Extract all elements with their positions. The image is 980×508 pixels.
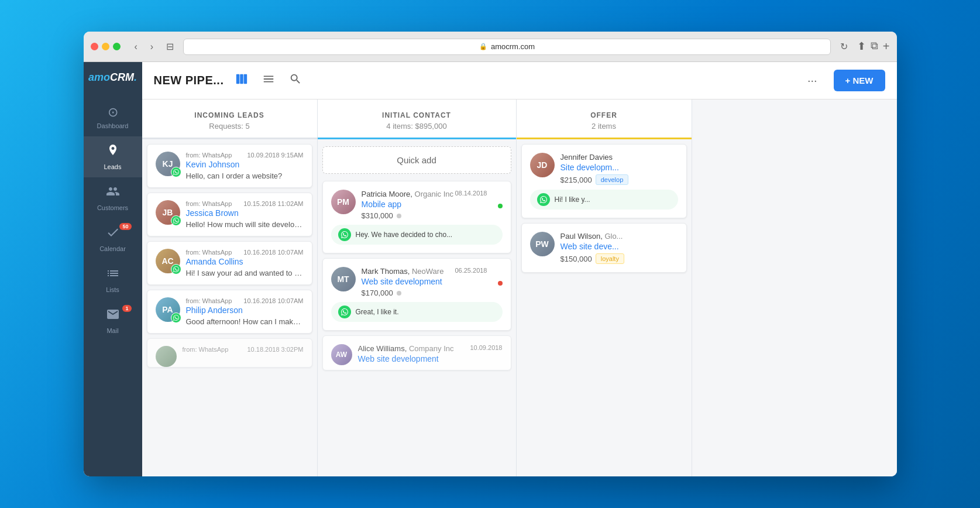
address-bar[interactable]: 🔒 amocrm.com (183, 39, 831, 55)
crm-amount: $310,000 (362, 211, 487, 220)
mail-icon (106, 307, 120, 325)
crm-deal: Web site development (362, 277, 487, 286)
sidebar-item-calendar[interactable]: 50 Calendar (84, 218, 142, 259)
kanban-view-button[interactable] (233, 70, 250, 91)
crm-card[interactable]: AW Alice Williams, Company Inc 10.09.201… (322, 335, 511, 370)
main-area: NEW PIPE... (142, 62, 897, 476)
status-dot (397, 291, 401, 296)
offer-column: OFFER 2 items JD Jennifer Davies Site de… (517, 99, 692, 476)
new-button[interactable]: + NEW (834, 70, 885, 91)
card-message: Hello, can I order a website? (186, 171, 304, 180)
lead-card[interactable]: PA from: WhatsApp (147, 290, 312, 334)
incoming-leads-cards: KJ from: WhatsApp (142, 139, 317, 476)
offer-subtitle: 2 items (526, 122, 682, 131)
whatsapp-icon (338, 306, 351, 318)
calendar-icon (106, 225, 120, 243)
avatar-wrap: JB (156, 200, 180, 225)
svg-rect-1 (240, 74, 244, 84)
avatar: JD (530, 153, 555, 177)
sidebar-label-customers: Customers (97, 204, 128, 211)
app-body: amoCRM. ⊙ Dashboard Leads (84, 62, 897, 476)
initial-contact-column: INITIAL CONTACT 4 items: $895,000 Quick … (318, 99, 517, 476)
offer-card[interactable]: PW Paul Wilson, Glo... Web site deve... … (521, 223, 687, 273)
back-button[interactable]: ‹ (131, 39, 141, 54)
quick-add-button[interactable]: Quick add (322, 146, 511, 174)
crm-client-name: Mark Thomas, NeoWare (362, 267, 444, 276)
crm-amount: $150,000 loyalty (561, 253, 678, 264)
app-logo: amoCRM. (88, 71, 137, 84)
close-button[interactable] (91, 43, 98, 50)
card-message: Hi! I saw your ad and wanted to ask... (186, 269, 304, 277)
search-button[interactable] (287, 70, 304, 91)
incoming-leads-column: INCOMING LEADS Requests: 5 KJ (142, 99, 318, 476)
sidebar-item-customers[interactable]: Customers (84, 177, 142, 218)
whatsapp-icon (338, 228, 351, 241)
crm-client-name: Paul Wilson, Glo... (561, 232, 678, 241)
crm-card[interactable]: MT Mark Thomas, NeoWare 06.25.2018 (322, 258, 511, 331)
maximize-button[interactable] (113, 43, 121, 50)
crm-amount: $215,000 develop (561, 174, 678, 185)
avatar-wrap: PA (156, 297, 180, 322)
more-options-button[interactable]: ··· (807, 74, 817, 87)
incoming-leads-subtitle: Requests: 5 (152, 122, 308, 131)
crm-card[interactable]: PM Patricia Moore, Organic Inc 08.14.201… (322, 181, 511, 253)
card-info: from: WhatsApp 10.09.2018 9:15AM Kevin J… (186, 152, 304, 180)
menu-button[interactable] (260, 70, 277, 91)
initial-contact-cards: Quick add PM Patricia Moore, Organic Inc (318, 139, 516, 476)
whatsapp-icon (537, 193, 550, 206)
sidebar-item-dashboard[interactable]: ⊙ Dashboard (84, 98, 142, 136)
mail-badge: 1 (122, 305, 131, 312)
status-dot-right (498, 281, 503, 286)
reload-button[interactable]: ↻ (837, 39, 851, 54)
duplicate-icon[interactable]: ⧉ (871, 40, 878, 53)
card-date: 10.09.2018 (470, 344, 502, 351)
crm-client-name: Patricia Moore, Organic Inc (362, 190, 454, 198)
card-source: from: WhatsApp 10.16.2018 10:07AM (186, 249, 304, 256)
offer-card[interactable]: JD Jennifer Davies Site developm... $215… (521, 144, 687, 218)
page-title: NEW PIPE... (154, 74, 224, 87)
lead-card[interactable]: KJ from: WhatsApp (147, 144, 312, 188)
card-name: Jessica Brown (186, 208, 304, 218)
sidebar-item-leads[interactable]: Leads (84, 136, 142, 177)
sidebar-item-mail[interactable]: 1 Mail (84, 300, 142, 341)
card-date: 08.14.2018 (455, 190, 487, 197)
toolbar: NEW PIPE... (142, 62, 897, 99)
add-tab-icon[interactable]: + (883, 40, 890, 53)
lists-icon (106, 266, 120, 284)
lead-card[interactable]: AC from: WhatsApp (147, 241, 312, 285)
whatsapp-badge (171, 313, 181, 323)
card-source: from: WhatsApp 10.09.2018 9:15AM (186, 152, 304, 159)
crm-client-name: Jennifer Davies (561, 153, 678, 162)
initial-contact-title: INITIAL CONTACT (327, 111, 507, 119)
browser-window: ‹ › ⊟ 🔒 amocrm.com ↻ ⬆ ⧉ + amoCRM. ⊙ Das… (84, 32, 897, 476)
browser-actions: ⬆ ⧉ + (857, 40, 890, 53)
crm-deal: Web site deve... (561, 242, 678, 251)
card-message: Hello! How much will site develop... (186, 220, 304, 229)
share-icon[interactable]: ⬆ (857, 40, 866, 53)
sidebar-label-dashboard: Dashboard (97, 122, 129, 129)
forward-button[interactable]: › (147, 39, 157, 54)
svg-rect-0 (236, 74, 240, 84)
lead-card[interactable]: from: WhatsApp 10.18.2018 3:02PM (147, 338, 312, 368)
whatsapp-badge (171, 167, 181, 177)
lead-card[interactable]: JB from: WhatsApp (147, 193, 312, 236)
offer-cards: JD Jennifer Davies Site developm... $215… (517, 139, 692, 476)
avatar: PM (331, 190, 356, 214)
whatsapp-message: Hey. We have decided to cho... (331, 225, 503, 245)
minimize-button[interactable] (102, 43, 109, 50)
tab-view-button[interactable]: ⊟ (163, 39, 177, 54)
sidebar-label-leads: Leads (104, 163, 122, 170)
whatsapp-badge (171, 264, 181, 274)
crm-deal: Web site development (358, 354, 503, 363)
customers-icon (106, 184, 120, 202)
avatar: MT (331, 267, 356, 291)
deal-tag: loyalty (596, 253, 624, 264)
card-name: Philip Anderson (186, 306, 304, 315)
incoming-leads-title: INCOMING LEADS (152, 111, 308, 119)
sidebar-label-mail: Mail (106, 327, 118, 334)
incoming-leads-header: INCOMING LEADS Requests: 5 (142, 99, 317, 139)
offer-title: OFFER (526, 111, 682, 119)
sidebar: amoCRM. ⊙ Dashboard Leads (84, 62, 142, 476)
sidebar-item-lists[interactable]: Lists (84, 259, 142, 300)
card-name: Kevin Johnson (186, 160, 304, 169)
